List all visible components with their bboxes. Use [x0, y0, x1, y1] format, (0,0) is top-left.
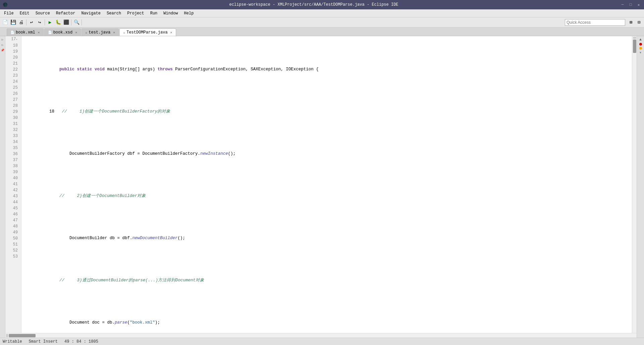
line-22: 22 — [7, 67, 19, 73]
code-line-18: 18 // 1)创建一个DocumentBuilderFactory的对象 — [24, 102, 629, 121]
main-area: ▷ ▷ 📌 17▸ 18 19 20 21 22 23 24 25 26 27 … — [0, 36, 644, 338]
menu-help[interactable]: Help — [181, 10, 197, 17]
menu-run[interactable]: Run — [148, 10, 160, 17]
line-18: 18 — [7, 43, 19, 49]
code-content: 17▸ 18 19 20 21 22 23 24 25 26 27 28 29 … — [5, 36, 637, 333]
line-29: 29 — [7, 109, 19, 115]
quick-access-input[interactable] — [565, 19, 625, 26]
line-34: 34 — [7, 139, 19, 145]
line-33: 33 — [7, 133, 19, 139]
menu-source[interactable]: Source — [33, 10, 53, 17]
maximize-button[interactable]: □ — [628, 2, 633, 7]
menu-search[interactable]: Search — [104, 10, 124, 17]
tab-book-xml[interactable]: 📄 book.xml ✕ — [7, 28, 44, 36]
right-scrollbar[interactable] — [632, 36, 637, 333]
code-editor: 17▸ 18 19 20 21 22 23 24 25 26 27 28 29 … — [5, 36, 637, 338]
code-line-19: DocumentBuilderFactory dbf = DocumentBui… — [24, 145, 629, 163]
stop-button[interactable]: ⬛ — [62, 19, 70, 26]
line-35: 35 — [7, 145, 19, 151]
line-27: 27 — [7, 97, 19, 103]
line-45: 45 — [7, 205, 19, 211]
window-controls: ─ □ ✕ — [620, 2, 641, 7]
line-41: 41 — [7, 181, 19, 187]
status-insert: Smart Insert — [29, 339, 58, 344]
window-title: eclipse-workspace - XMLProject/src/AAA/T… — [8, 2, 620, 7]
tab-test-java-close[interactable]: ✕ — [113, 30, 115, 34]
book-xml-icon: 📄 — [10, 30, 14, 34]
line-36: 36 — [7, 151, 19, 157]
line-28: 28 — [7, 103, 19, 109]
tab-book-xml-label: book.xml — [16, 30, 35, 35]
tab-testdomparse-java[interactable]: ☕ TestDOMParse.java ✕ — [119, 28, 176, 36]
sep1 — [26, 19, 26, 25]
print-button[interactable]: 🖨 — [17, 19, 25, 26]
menu-file[interactable]: File — [1, 10, 16, 17]
line-32: 32 — [7, 127, 19, 133]
line-52: 52 — [7, 248, 19, 254]
menu-navigate[interactable]: Navigate — [78, 10, 103, 17]
redo-button[interactable]: ↪ — [36, 19, 43, 26]
tab-testdomparse-close[interactable]: ✕ — [170, 30, 172, 34]
menu-project[interactable]: Project — [124, 10, 147, 17]
panel-icon-2 — [639, 43, 642, 46]
perspective-button[interactable]: ⊞ — [627, 19, 635, 26]
code-line-22: // 3)通过DocumentBuilder的parse(...)方法得到Doc… — [24, 271, 629, 289]
sep2 — [45, 19, 45, 25]
line-50: 50 — [7, 235, 19, 242]
line-43: 43 — [7, 193, 19, 199]
tab-testdomparse-label: TestDOMParse.java — [126, 30, 167, 35]
code-line-21: DocumentBuilder db = dbf.newDocumentBuil… — [24, 229, 629, 247]
right-panel: ▲ ▼ — [637, 36, 644, 338]
panel-icon-1[interactable]: ▲ — [639, 38, 643, 42]
testdomparse-icon: ☕ — [123, 30, 125, 34]
line-26: 26 — [7, 91, 19, 97]
line-19: 19 — [7, 49, 19, 55]
view-button[interactable]: ⊟ — [635, 19, 643, 26]
line-21: 21 — [7, 61, 19, 67]
debug-button[interactable]: 🐛 — [54, 19, 62, 26]
menu-window[interactable]: Window — [161, 10, 180, 17]
undo-button[interactable]: ↩ — [28, 19, 35, 26]
code-line-23: Document doc = db.parse("book.xml"); — [24, 314, 629, 332]
tab-test-java[interactable]: ☕ test.java ✕ — [82, 28, 119, 36]
status-bar: Writable Smart Insert 49 : 84 : 1805 — [0, 338, 644, 345]
tabs-bar: 📄 book.xml ✕ 📄 book.xsd ✕ ☕ test.java ✕ … — [0, 27, 644, 36]
minimize-button[interactable]: ─ — [620, 2, 625, 7]
line-42: 42 — [7, 187, 19, 193]
line-44: 44 — [7, 199, 19, 205]
tab-book-xsd-close[interactable]: ✕ — [75, 30, 77, 34]
test-java-icon: ☕ — [85, 30, 87, 34]
line-46: 46 — [7, 211, 19, 217]
save-button[interactable]: 💾 — [9, 19, 17, 26]
gutter-icon-1: ▷ — [1, 38, 5, 42]
line-31: 31 — [7, 121, 19, 127]
line-53: 53 — [7, 254, 19, 260]
line-25: 25 — [7, 85, 19, 91]
sep3 — [71, 19, 71, 25]
gutter-icon-3: 📌 — [1, 48, 5, 52]
code-lines[interactable]: public static void main(String[] args) t… — [21, 36, 632, 333]
h-scrollbar[interactable] — [5, 333, 637, 338]
tab-book-xsd-label: book.xsd — [53, 30, 73, 35]
run-button[interactable]: ▶ — [46, 19, 54, 26]
line-23: 23 — [7, 73, 19, 79]
code-line-17: public static void main(String[] args) t… — [24, 60, 629, 78]
line-24: 24 — [7, 79, 19, 85]
tab-book-xml-close[interactable]: ✕ — [38, 30, 40, 34]
gutter-icon-2: ▷ — [1, 43, 5, 47]
tab-book-xsd[interactable]: 📄 book.xsd ✕ — [44, 28, 81, 36]
line-30: 30 — [7, 115, 19, 121]
status-position: 49 : 84 : 1805 — [64, 339, 98, 344]
panel-icon-4: ▼ — [639, 51, 643, 55]
title-bar: 🌑 eclipse-workspace - XMLProject/src/AAA… — [0, 0, 644, 9]
close-button[interactable]: ✕ — [636, 2, 641, 7]
left-gutter: ▷ ▷ 📌 — [0, 36, 5, 338]
tab-test-java-label: test.java — [89, 30, 110, 35]
search-button[interactable]: 🔍 — [73, 19, 80, 26]
menu-refactor[interactable]: Refactor — [53, 10, 78, 17]
status-mode: Writable — [3, 339, 22, 344]
menu-edit[interactable]: Edit — [17, 10, 32, 17]
new-button[interactable]: 📄 — [1, 19, 9, 26]
code-line-20: // 2)创建一个DocumentBuilder对象 — [24, 187, 629, 205]
panel-icon-3 — [639, 47, 642, 50]
